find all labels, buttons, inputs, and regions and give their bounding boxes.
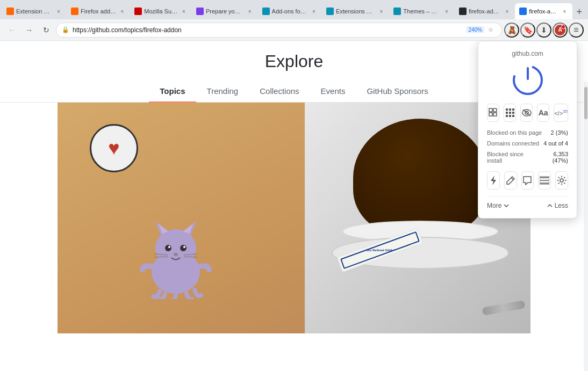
tab-favicon-8 xyxy=(459,8,467,15)
popup-site-label: github.com xyxy=(487,50,568,57)
url-text: https://github.com/topics/firefox-addon xyxy=(73,26,463,34)
tab-label-4: Prepare your Fi... xyxy=(206,8,244,14)
tool-code-icon[interactable]: </>35 xyxy=(554,104,568,122)
svg-line-14 xyxy=(184,257,197,257)
action-settings-icon[interactable] xyxy=(555,171,568,190)
downloads-button[interactable]: ⬇ xyxy=(536,23,551,38)
back-button[interactable]: ← xyxy=(4,23,19,38)
tab-github-sponsors[interactable]: GitHub Sponsors xyxy=(356,80,439,102)
tab-extension-basic[interactable]: Extension Basi... × xyxy=(2,3,67,19)
reload-button[interactable]: ↻ xyxy=(39,23,54,38)
tab-close-3[interactable]: × xyxy=(180,8,188,15)
menu-button[interactable]: ≡ xyxy=(569,23,584,38)
scrollbar-thumb[interactable] xyxy=(584,87,587,119)
svg-line-12 xyxy=(154,257,168,257)
profile-button[interactable]: A xyxy=(553,23,568,38)
tool-eye-icon[interactable] xyxy=(520,104,533,122)
svg-rect-19 xyxy=(489,113,492,116)
svg-point-39 xyxy=(560,179,563,182)
svg-rect-29 xyxy=(512,115,514,117)
tab-close-8[interactable]: × xyxy=(503,8,511,15)
forward-button[interactable]: → xyxy=(21,23,37,38)
tab-mozilla-support[interactable]: Mozilla Support × xyxy=(130,3,192,19)
less-button[interactable]: Less xyxy=(547,202,568,209)
tool-font-icon[interactable]: Aa xyxy=(537,104,549,122)
tab-label-7: Themes – Add-... xyxy=(403,8,441,14)
extensions-button[interactable]: 🧸 xyxy=(504,23,519,38)
tool-grid-icon[interactable] xyxy=(504,104,516,122)
tab-collections[interactable]: Collections xyxy=(249,80,310,102)
tab-close-1[interactable]: × xyxy=(55,8,62,15)
nav-bar: ← → ↻ 🔒 https://github.com/topics/firefo… xyxy=(0,19,588,41)
popup-actions xyxy=(487,171,568,190)
install-label: Blocked since install xyxy=(487,151,537,164)
bookmark-icon[interactable]: ☆ xyxy=(485,25,496,35)
tab-favicon-5 xyxy=(262,8,270,15)
tab-addons-fire[interactable]: Add-ons for Fir... × xyxy=(258,3,322,19)
svg-rect-17 xyxy=(489,108,492,112)
svg-rect-23 xyxy=(512,108,514,111)
action-list-icon[interactable] xyxy=(538,171,551,190)
cat-illustration xyxy=(133,202,219,301)
tab-close-6[interactable]: × xyxy=(377,8,385,15)
action-pen-icon[interactable] xyxy=(504,171,517,190)
svg-point-7 xyxy=(180,245,187,251)
lock-icon: 🔒 xyxy=(62,26,69,33)
tab-close-5[interactable]: × xyxy=(310,8,318,15)
install-stat-row: Blocked since install 6,353 (47%) xyxy=(487,151,568,164)
blocked-stat-row: Blocked on this page 2 (3%) xyxy=(487,129,568,136)
tab-active[interactable]: firefox-addo... × xyxy=(515,3,572,19)
svg-line-34 xyxy=(511,178,513,180)
svg-rect-27 xyxy=(506,115,508,117)
blocked-label: Blocked on this page xyxy=(487,129,542,136)
tab-label-1: Extension Basi... xyxy=(16,8,53,14)
tab-close-2[interactable]: × xyxy=(118,8,126,15)
domains-label: Domains connected xyxy=(487,140,539,147)
blocked-value: 2 (3%) xyxy=(551,129,568,136)
svg-rect-22 xyxy=(509,108,511,111)
extension-popup: github.com Aa </>35 xyxy=(478,41,577,219)
tab-themes[interactable]: Themes – Add-... × xyxy=(389,3,455,19)
page-content: Explore Topics Trending Collections Even… xyxy=(0,41,588,371)
svg-rect-26 xyxy=(512,112,514,114)
action-lightning-icon[interactable] xyxy=(487,171,500,190)
tab-favicon-7 xyxy=(393,8,401,15)
tab-firefox-addon[interactable]: Firefox add-on... × xyxy=(67,3,130,19)
tab-firefox-addon2[interactable]: firefox-addon... × xyxy=(455,3,515,19)
svg-rect-21 xyxy=(506,108,508,111)
tab-extensions-ad[interactable]: Extensions – Ad... × xyxy=(322,3,389,19)
svg-point-10 xyxy=(174,253,178,256)
action-chat-icon[interactable] xyxy=(521,171,534,190)
more-label: More xyxy=(487,202,501,209)
tab-prepare[interactable]: Prepare your Fi... × xyxy=(192,3,258,19)
tab-events[interactable]: Events xyxy=(310,80,356,102)
tab-favicon-3 xyxy=(134,8,142,15)
tab-close-9[interactable]: × xyxy=(561,8,568,15)
tab-favicon-4 xyxy=(196,8,204,15)
install-value: 6,353 (47%) xyxy=(537,151,568,164)
svg-point-8 xyxy=(168,246,170,248)
svg-rect-24 xyxy=(506,112,508,114)
tab-topics[interactable]: Topics xyxy=(149,80,196,102)
new-tab-button[interactable]: + xyxy=(572,4,586,19)
tab-close-7[interactable]: × xyxy=(443,8,450,15)
tab-close-4[interactable]: × xyxy=(246,8,254,15)
pocket-button[interactable]: 🔖 xyxy=(520,23,535,38)
tool-blocks-icon[interactable] xyxy=(487,104,499,122)
svg-rect-18 xyxy=(493,108,497,112)
tab-label-3: Mozilla Support xyxy=(144,8,178,14)
svg-marker-33 xyxy=(491,176,496,185)
less-label: Less xyxy=(555,202,568,209)
svg-point-9 xyxy=(183,246,185,248)
power-icon xyxy=(512,64,544,96)
scrollbar xyxy=(584,82,588,371)
popup-footer: More Less xyxy=(487,196,568,209)
more-button[interactable]: More xyxy=(487,202,509,209)
tab-favicon-9 xyxy=(519,8,527,15)
heart-sticker: ♥ xyxy=(90,124,138,172)
tab-trending[interactable]: Trending xyxy=(196,80,249,102)
popup-stats: Blocked on this page 2 (3%) Domains conn… xyxy=(487,129,568,164)
hero-image: Pure Refined GitHub ♥ xyxy=(58,103,530,333)
tab-label-2: Firefox add-on... xyxy=(81,8,116,14)
address-bar[interactable]: 🔒 https://github.com/topics/firefox-addo… xyxy=(56,23,502,38)
